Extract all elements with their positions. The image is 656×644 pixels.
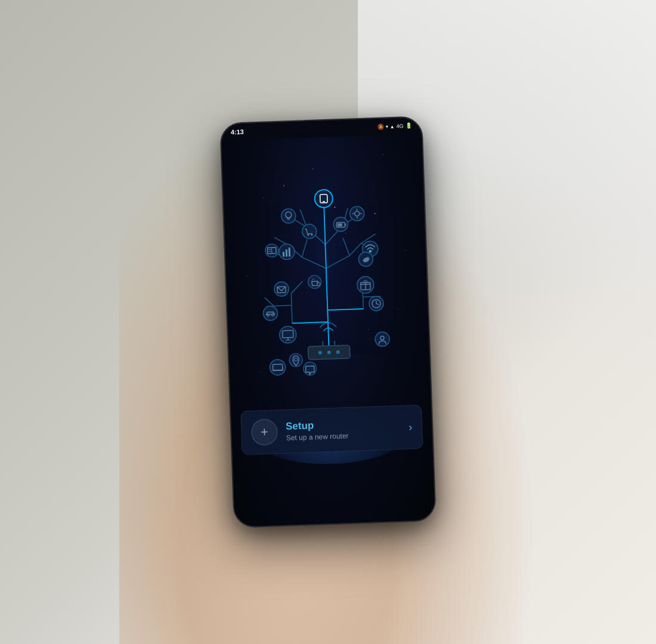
svg-rect-43 xyxy=(286,249,287,256)
svg-point-70 xyxy=(263,306,278,321)
svg-point-53 xyxy=(281,209,296,224)
network-type-label: 4G xyxy=(396,123,403,129)
svg-line-86 xyxy=(273,370,283,371)
svg-line-10 xyxy=(301,239,308,257)
svg-line-31 xyxy=(327,309,363,310)
svg-line-4 xyxy=(291,281,304,293)
setup-card[interactable]: + Setup Set up a new router › xyxy=(240,405,423,456)
phone-screen: 4:13 🔕 ▾ ▲ 4G 🔋 xyxy=(221,117,435,527)
svg-point-82 xyxy=(375,332,390,346)
chevron-right-icon: › xyxy=(409,421,413,434)
svg-rect-63 xyxy=(338,224,342,227)
svg-rect-42 xyxy=(283,252,284,256)
svg-point-47 xyxy=(349,206,364,221)
screen-content: + Setup Set up a new router › xyxy=(221,134,435,527)
mute-icon: 🔕 xyxy=(377,124,384,130)
phone-mockup: 4:13 🔕 ▾ ▲ 4G 🔋 xyxy=(219,116,437,528)
svg-point-46 xyxy=(369,250,371,252)
iot-tree-illustration xyxy=(239,146,414,402)
svg-point-38 xyxy=(314,190,333,208)
svg-point-64 xyxy=(274,281,289,296)
signal-icon: ▾ xyxy=(386,124,388,129)
svg-point-57 xyxy=(302,224,317,239)
svg-rect-44 xyxy=(289,247,291,256)
setup-plus-button[interactable]: + xyxy=(251,419,279,446)
svg-line-11 xyxy=(326,256,350,268)
setup-text-area: Setup Set up a new router xyxy=(286,417,401,442)
status-icons: 🔕 ▾ ▲ 4G 🔋 xyxy=(377,123,412,130)
status-time: 4:13 xyxy=(231,128,244,136)
svg-line-69 xyxy=(361,284,370,284)
svg-line-8 xyxy=(302,256,326,269)
svg-rect-62 xyxy=(345,224,346,226)
wifi-signal-icon: ▲ xyxy=(390,123,395,129)
svg-point-73 xyxy=(279,326,296,343)
svg-line-30 xyxy=(292,322,328,323)
svg-line-13 xyxy=(343,238,349,256)
phone-device: 4:13 🔕 ▾ ▲ 4G 🔋 xyxy=(219,116,437,528)
battery-icon: 🔋 xyxy=(405,123,411,129)
svg-line-26 xyxy=(264,297,274,306)
svg-line-12 xyxy=(349,243,361,256)
svg-line-2 xyxy=(291,293,292,323)
svg-line-3 xyxy=(274,305,292,306)
svg-point-84 xyxy=(270,360,286,376)
svg-point-92 xyxy=(308,275,321,289)
plus-icon: + xyxy=(260,425,268,440)
